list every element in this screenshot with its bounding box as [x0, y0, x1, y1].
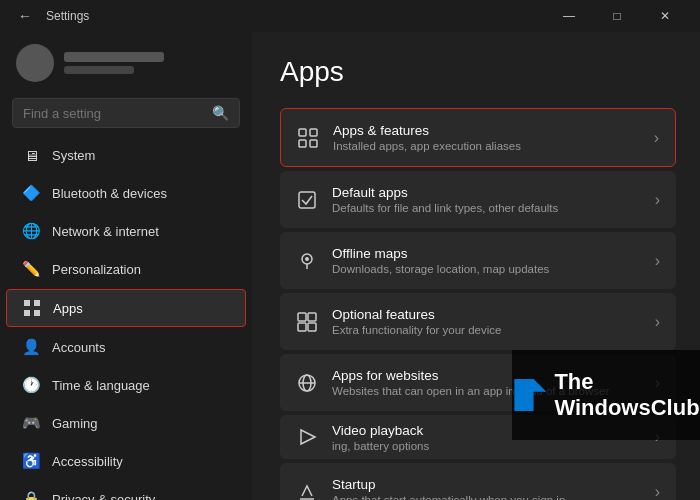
svg-marker-18: [301, 430, 315, 444]
setting-optional-features[interactable]: Optional features Extra functionality fo…: [280, 293, 676, 350]
default-apps-text: Default apps Defaults for file and link …: [332, 185, 641, 214]
sidebar-item-bluetooth[interactable]: 🔷 Bluetooth & devices: [6, 175, 246, 211]
user-sub-bar: [64, 66, 134, 74]
apps-websites-desc: Websites that can open in an app instead…: [332, 385, 641, 397]
apps-websites-text: Apps for websites Websites that can open…: [332, 368, 641, 397]
sidebar-item-label-accounts: Accounts: [52, 340, 105, 355]
apps-features-text: Apps & features Installed apps, app exec…: [333, 123, 640, 152]
sidebar-item-label-bluetooth: Bluetooth & devices: [52, 186, 167, 201]
svg-rect-12: [308, 313, 316, 321]
user-profile[interactable]: [0, 32, 252, 94]
search-icon: 🔍: [212, 105, 229, 121]
setting-apps-features[interactable]: Apps & features Installed apps, app exec…: [280, 108, 676, 167]
svg-rect-4: [299, 129, 306, 136]
startup-desc: Apps that start automatically when you s…: [332, 494, 641, 500]
avatar: [16, 44, 54, 82]
optional-features-desc: Extra functionality for your device: [332, 324, 641, 336]
sidebar-item-label-time: Time & language: [52, 378, 150, 393]
time-icon: 🕐: [22, 376, 40, 394]
apps-websites-label: Apps for websites: [332, 368, 641, 383]
sidebar-item-label-system: System: [52, 148, 95, 163]
minimize-button[interactable]: —: [546, 0, 592, 32]
bluetooth-icon: 🔷: [22, 184, 40, 202]
main-layout: 🔍 🖥 System 🔷 Bluetooth & devices 🌐 Netwo…: [0, 32, 700, 500]
optional-features-text: Optional features Extra functionality fo…: [332, 307, 641, 336]
setting-video-playback[interactable]: Video playback ing, battery options ›: [280, 415, 676, 459]
setting-startup[interactable]: Startup Apps that start automatically wh…: [280, 463, 676, 500]
setting-apps-websites[interactable]: Apps for websites Websites that can open…: [280, 354, 676, 411]
svg-rect-8: [299, 192, 315, 208]
back-button[interactable]: ←: [12, 6, 38, 26]
svg-rect-0: [24, 300, 30, 306]
setting-offline-maps[interactable]: Offline maps Downloads, storage location…: [280, 232, 676, 289]
window-title: Settings: [46, 9, 89, 23]
offline-maps-desc: Downloads, storage location, map updates: [332, 263, 641, 275]
accounts-icon: 👤: [22, 338, 40, 356]
default-apps-chevron: ›: [655, 191, 660, 209]
apps-features-icon: [297, 127, 319, 149]
default-apps-label: Default apps: [332, 185, 641, 200]
video-playback-desc: ing, battery options: [332, 440, 641, 452]
svg-rect-2: [24, 310, 30, 316]
sidebar-item-network[interactable]: 🌐 Network & internet: [6, 213, 246, 249]
sidebar-item-time[interactable]: 🕐 Time & language: [6, 367, 246, 403]
offline-maps-icon: [296, 250, 318, 272]
accessibility-icon: ♿: [22, 452, 40, 470]
svg-rect-5: [310, 129, 317, 136]
startup-text: Startup Apps that start automatically wh…: [332, 477, 641, 500]
apps-features-label: Apps & features: [333, 123, 640, 138]
title-bar-left: ← Settings: [12, 6, 89, 26]
sidebar-item-privacy[interactable]: 🔒 Privacy & security: [6, 481, 246, 500]
privacy-icon: 🔒: [22, 490, 40, 500]
sidebar-item-label-personalization: Personalization: [52, 262, 141, 277]
user-info: [64, 52, 164, 74]
optional-features-icon: [296, 311, 318, 333]
sidebar-item-system[interactable]: 🖥 System: [6, 137, 246, 173]
sidebar-item-label-apps: Apps: [53, 301, 83, 316]
sidebar-item-accounts[interactable]: 👤 Accounts: [6, 329, 246, 365]
offline-maps-label: Offline maps: [332, 246, 641, 261]
svg-rect-1: [34, 300, 40, 306]
gaming-icon: 🎮: [22, 414, 40, 432]
network-icon: 🌐: [22, 222, 40, 240]
video-playback-text: Video playback ing, battery options: [332, 423, 641, 452]
sidebar-item-label-privacy: Privacy & security: [52, 492, 155, 501]
search-box[interactable]: 🔍: [12, 98, 240, 128]
svg-rect-7: [310, 140, 317, 147]
search-input[interactable]: [23, 106, 204, 121]
sidebar-item-apps[interactable]: Apps: [6, 289, 246, 327]
window-controls: — □ ✕: [546, 0, 688, 32]
svg-rect-6: [299, 140, 306, 147]
sidebar-item-label-network: Network & internet: [52, 224, 159, 239]
sidebar-item-personalization[interactable]: ✏️ Personalization: [6, 251, 246, 287]
sidebar: 🔍 🖥 System 🔷 Bluetooth & devices 🌐 Netwo…: [0, 32, 252, 500]
svg-rect-11: [298, 313, 306, 321]
apps-features-chevron: ›: [654, 129, 659, 147]
svg-point-10: [305, 257, 309, 261]
content-area: Apps Apps & features Installed apps, app…: [252, 32, 700, 500]
apps-icon: [23, 299, 41, 317]
page-title: Apps: [280, 56, 676, 88]
default-apps-icon: [296, 189, 318, 211]
startup-label: Startup: [332, 477, 641, 492]
video-playback-icon: [296, 426, 318, 448]
apps-features-desc: Installed apps, app execution aliases: [333, 140, 640, 152]
svg-rect-14: [308, 323, 316, 331]
video-playback-label: Video playback: [332, 423, 641, 438]
startup-icon: [296, 481, 318, 501]
startup-chevron: ›: [655, 483, 660, 501]
default-apps-desc: Defaults for file and link types, other …: [332, 202, 641, 214]
sidebar-item-label-gaming: Gaming: [52, 416, 98, 431]
sidebar-item-accessibility[interactable]: ♿ Accessibility: [6, 443, 246, 479]
setting-default-apps[interactable]: Default apps Defaults for file and link …: [280, 171, 676, 228]
optional-features-chevron: ›: [655, 313, 660, 331]
sidebar-item-gaming[interactable]: 🎮 Gaming: [6, 405, 246, 441]
personalization-icon: ✏️: [22, 260, 40, 278]
optional-features-label: Optional features: [332, 307, 641, 322]
title-bar: ← Settings — □ ✕: [0, 0, 700, 32]
offline-maps-text: Offline maps Downloads, storage location…: [332, 246, 641, 275]
maximize-button[interactable]: □: [594, 0, 640, 32]
close-button[interactable]: ✕: [642, 0, 688, 32]
svg-rect-3: [34, 310, 40, 316]
svg-rect-13: [298, 323, 306, 331]
